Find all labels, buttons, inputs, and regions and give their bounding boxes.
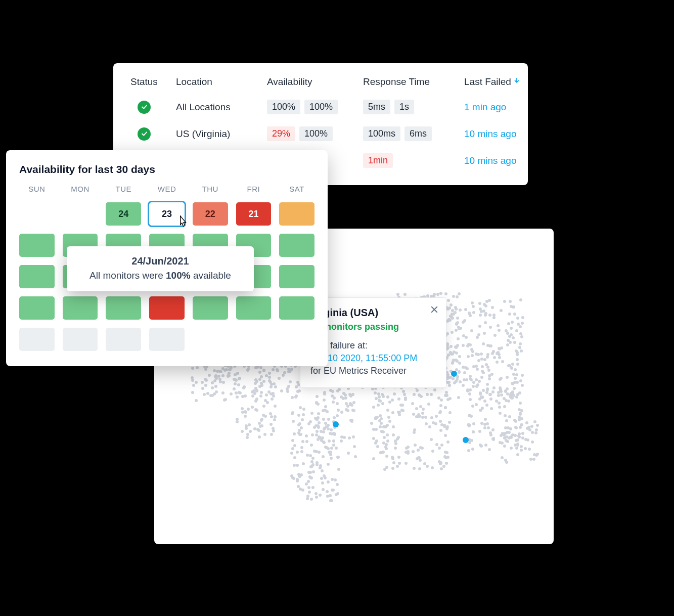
location-cell: US (Virginia) [176, 128, 262, 140]
tooltip-suffix: available [191, 270, 231, 281]
map-popup-title: Virginia (USA) [310, 307, 436, 319]
calendar-cell[interactable]: 22 [193, 202, 228, 226]
map-point[interactable] [333, 421, 339, 427]
dow-header: THU [193, 185, 228, 194]
col-response[interactable]: Response Time [363, 76, 459, 87]
close-icon[interactable] [430, 305, 439, 316]
col-location[interactable]: Location [176, 76, 262, 87]
calendar-cell[interactable] [279, 202, 314, 226]
availability-cell: 29%100% [267, 126, 358, 141]
calendar-cell[interactable] [19, 234, 55, 257]
tooltip-line: All monitors were 100% available [77, 270, 244, 281]
response-tag: 5ms [363, 100, 390, 114]
calendar-cell[interactable] [279, 296, 314, 320]
calendar-cell[interactable] [106, 328, 141, 351]
response-tag: 100ms [363, 126, 400, 141]
arrow-down-icon [513, 76, 520, 87]
col-last-failed[interactable]: Last Failed [464, 76, 545, 87]
calendar-cell [19, 202, 55, 226]
map-point[interactable] [463, 437, 469, 443]
calendar-cell[interactable] [19, 328, 55, 351]
map-popup-for: for EU Metrics Receiver [310, 366, 436, 376]
availability-tag: 100% [267, 100, 300, 114]
calendar-cell[interactable]: 21 [236, 202, 272, 226]
calendar-cell[interactable] [279, 265, 314, 288]
check-icon [138, 127, 151, 141]
calendar-cell [279, 328, 314, 351]
last-failed-cell[interactable]: 10 mins ago [464, 128, 545, 140]
response-tag: 1min [363, 153, 393, 168]
last-failed-cell[interactable]: 10 mins ago [464, 155, 545, 166]
map-popup-label: Last failure at: [310, 340, 436, 351]
col-availability[interactable]: Availability [267, 76, 358, 87]
calendar-cell[interactable]: 24 [106, 202, 141, 226]
last-failed-cell[interactable]: 1 min ago [464, 102, 545, 113]
status-table-header: Status Location Availability Response Ti… [130, 76, 511, 87]
map-point[interactable] [451, 371, 457, 377]
check-icon [138, 101, 151, 114]
location-cell: All Locations [176, 102, 262, 113]
calendar-cell[interactable] [149, 328, 185, 351]
calendar-cell [236, 328, 272, 351]
calendar-cell[interactable] [106, 296, 141, 320]
availability-cell: 100%100% [267, 100, 358, 114]
response-tag: 6ms [405, 126, 432, 141]
availability-tooltip: 24/Jun/2021 All monitors were 100% avail… [67, 246, 254, 291]
response-tag: 1s [394, 100, 414, 114]
calendar-cell[interactable] [236, 296, 272, 320]
response-cell: 100ms6ms [363, 126, 459, 141]
dow-header: MON [63, 185, 98, 194]
dow-header: WED [149, 185, 185, 194]
calendar-cell[interactable]: 23 [149, 202, 185, 226]
tooltip-prefix: All monitors were [89, 270, 166, 281]
dow-header: TUE [106, 185, 141, 194]
calendar-cell [63, 202, 98, 226]
map-popup-timestamp[interactable]: Jan 10 2020, 11:55:00 PM [310, 353, 436, 364]
calendar-cell [193, 328, 228, 351]
response-cell: 5ms1s [363, 100, 459, 114]
dow-header: SAT [279, 185, 314, 194]
dow-header: SUN [19, 185, 55, 194]
calendar-cell[interactable] [63, 328, 98, 351]
calendar-cell[interactable] [63, 296, 98, 320]
calendar-cell[interactable] [149, 296, 185, 320]
table-row[interactable]: All Locations100%100%5ms1s1 min ago [130, 100, 511, 114]
calendar-cell[interactable] [279, 234, 314, 257]
tooltip-date: 24/Jun/2021 [77, 255, 244, 267]
response-cell: 1min [363, 153, 459, 168]
col-last-failed-label: Last Failed [464, 76, 511, 87]
table-row[interactable]: US (Virginia)29%100%100ms6ms10 mins ago [130, 126, 511, 141]
availability-tag: 100% [299, 126, 333, 141]
availability-panel: Availability for last 30 days SUNMONTUEW… [6, 150, 328, 366]
availability-title: Availability for last 30 days [19, 163, 314, 175]
availability-tag: 29% [267, 126, 295, 141]
tooltip-pct: 100% [166, 270, 191, 281]
map-popup-pass: 10 monitors passing [310, 322, 436, 332]
calendar-cell[interactable] [19, 265, 55, 288]
dow-header: FRI [236, 185, 272, 194]
calendar-cell[interactable] [19, 296, 55, 320]
calendar-cell[interactable] [193, 296, 228, 320]
col-status[interactable]: Status [130, 76, 171, 87]
availability-tag: 100% [304, 100, 338, 114]
